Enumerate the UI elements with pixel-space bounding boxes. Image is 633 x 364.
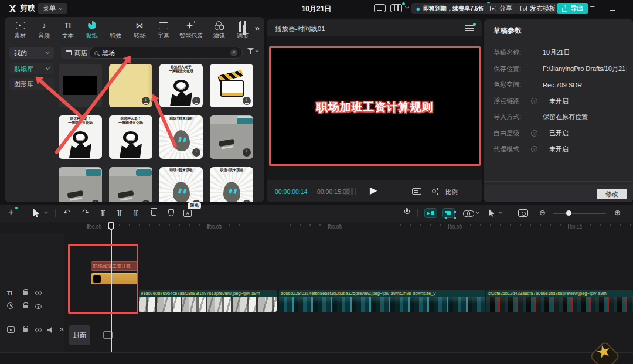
preview-axis-icon[interactable] — [345, 188, 356, 195]
play-button[interactable]: ▶ — [370, 185, 377, 196]
monkey-body — [120, 140, 142, 158]
vip-text: 即将到期，续费享7.5折 — [423, 5, 484, 13]
panel-title: 草稿参数 — [494, 26, 522, 36]
layout-switch-icon[interactable] — [390, 4, 402, 12]
param-label: 代理模式 — [494, 145, 536, 154]
sticker-results-grid: 你这种人老子 一脚踹进火化场你这种人老子 一脚踹进火化场你这种人老子 一脚踏进火… — [5, 17, 264, 202]
lock-icon[interactable] — [23, 328, 28, 332]
timeline-empty-area — [0, 353, 633, 364]
param-value: 10月21日 — [543, 48, 570, 57]
quality-icon[interactable] — [412, 188, 421, 195]
annotation-rect-clips — [68, 244, 138, 314]
modify-button[interactable]: 修改 — [597, 189, 627, 199]
mask-icon[interactable] — [168, 209, 174, 216]
cover-button[interactable]: 封面 — [69, 325, 90, 345]
param-value: Rec.709 SDR — [543, 81, 582, 89]
draft-title: 10月21日 — [302, 4, 332, 14]
select-tool-icon[interactable] — [33, 209, 40, 217]
draft-param-row: 浮点链路?未开启 — [494, 93, 627, 110]
app-name: 剪映 — [20, 3, 35, 13]
trim-left-button[interactable]: ][ — [117, 209, 121, 216]
chevron-down-icon[interactable] — [405, 5, 409, 9]
redo-button[interactable]: ↷ — [82, 207, 89, 217]
notification-dot — [15, 207, 18, 209]
clip-thumbnails — [279, 297, 485, 312]
zoom-slider-knob[interactable] — [566, 210, 571, 216]
video-clip[interactable]: cf0dfe26b12d433a8df87a066e1bd3b8preview.… — [486, 290, 633, 312]
draft-param-row: 自由层级?已开启 — [494, 125, 627, 142]
text-recognition-icon[interactable]: A — [183, 210, 192, 217]
visibility-icon[interactable] — [35, 328, 42, 332]
split-button[interactable]: ][ — [101, 209, 105, 216]
creature-image — [210, 167, 253, 202]
minimize-button[interactable]: – — [590, 2, 594, 11]
ruler-label: 00:00 — [89, 224, 101, 230]
sticker-caption: 职场?我来顶啦 — [159, 168, 203, 172]
solo-icon[interactable]: S — [60, 326, 63, 332]
timeline-toolbar: + ↶ ↷ ][ ][ ][ A 限免 — [0, 205, 633, 222]
titlebar: 剪映 菜单 10月21日 ◆ 即将到期，续费享7.5折 分享 发布模板 导出 – — [0, 0, 633, 17]
maximize-button[interactable] — [610, 5, 615, 11]
chevron-down-icon — [59, 5, 63, 9]
delete-icon[interactable] — [151, 210, 156, 216]
monkey-body — [170, 89, 192, 106]
param-label: 浮点链路 — [494, 97, 536, 106]
sticker-tile-photo[interactable] — [59, 167, 102, 202]
sticker-tile-monkey[interactable]: 你这种人老子 一脚踏进火化场 — [109, 115, 152, 159]
app-logo: 剪映 — [8, 3, 35, 13]
vip-renewal-badge[interactable]: ◆ 即将到期，续费享7.5折 — [411, 3, 489, 14]
export-icon — [562, 8, 567, 12]
download-icon[interactable] — [243, 97, 251, 105]
sticker-tile-clapper[interactable] — [210, 64, 253, 107]
auto-snap-toggle[interactable] — [424, 208, 437, 218]
chevron-down-icon[interactable] — [499, 210, 503, 214]
publish-template-button[interactable]: 发布模板 — [516, 3, 560, 14]
draft-param-row: 草稿名称:10月21日 — [494, 45, 627, 61]
undo-button[interactable]: ↶ — [63, 207, 70, 217]
ruler-label: 00:12 — [570, 224, 582, 230]
timeline-ruler[interactable] — [64, 222, 633, 233]
link-icon[interactable] — [463, 210, 473, 216]
trim-right-button[interactable]: ][ — [134, 209, 138, 216]
clip-filename: 91d07e0d76954ce7aaf08b83f1b9761apreview.… — [139, 290, 277, 297]
preview-zoom-icon[interactable] — [430, 188, 438, 195]
zoom-out-icon[interactable]: ⊖ — [539, 208, 546, 217]
microphone-icon[interactable] — [404, 208, 409, 214]
playhead-handle[interactable] — [108, 222, 114, 230]
sticker-tile-monkey[interactable]: 你这种人老子 一脚踹进火化场 — [159, 64, 203, 107]
ratio-button[interactable]: 比例 — [445, 188, 458, 196]
preview-record-icon[interactable] — [518, 209, 528, 217]
fullscreen-icon[interactable] — [466, 188, 474, 195]
shortcut-keys-icon[interactable] — [374, 4, 386, 12]
download-icon[interactable] — [192, 148, 200, 157]
video-clip[interactable]: 91d07e0d76954ce7aaf08b83f1b9761apreview.… — [139, 290, 277, 312]
download-icon[interactable] — [192, 97, 200, 105]
add-button[interactable]: + — [8, 207, 13, 217]
share-icon — [490, 6, 496, 11]
audio-mute-icon[interactable] — [47, 327, 54, 333]
chevron-down-icon[interactable] — [475, 210, 479, 214]
export-button[interactable]: 导出 — [557, 3, 588, 14]
divider — [484, 181, 633, 182]
zoom-in-icon[interactable]: ⊕ — [614, 208, 621, 217]
draft-parameter-rows: 草稿名称:10月21日保存位置:F:/JianyingPro Drafts/10… — [494, 45, 627, 158]
cursor-mode-icon[interactable] — [489, 209, 495, 217]
param-value: F:/JianyingPro Drafts/10月21日 — [543, 64, 627, 73]
sticker-tile-creature[interactable]: 职场?我来顶啦 — [210, 167, 253, 202]
monkey-body — [69, 140, 91, 158]
menu-button[interactable]: 菜单 — [38, 3, 67, 14]
sticker-tile-paper[interactable] — [109, 64, 152, 107]
player-menu-icon[interactable] — [465, 25, 474, 31]
help-icon: ? — [531, 146, 537, 152]
sticker-tile-photo[interactable] — [210, 115, 253, 159]
sticker-tile-creature[interactable]: 职场?我来顶啦 — [159, 167, 203, 202]
clip-filename: a666d228f0314efbb8eaef3d0b3ba325preview.… — [279, 290, 485, 297]
video-clip[interactable]: a666d228f0314efbb8eaef3d0b3ba325preview.… — [279, 290, 485, 312]
timeline-zoom-slider[interactable] — [553, 213, 606, 214]
chevron-down-icon[interactable] — [44, 210, 48, 214]
divider — [417, 209, 418, 217]
download-icon[interactable] — [243, 148, 251, 157]
preview-snap-toggle[interactable] — [442, 208, 455, 218]
share-button[interactable]: 分享 — [485, 3, 517, 14]
sticker-tile-photo[interactable] — [109, 167, 152, 202]
